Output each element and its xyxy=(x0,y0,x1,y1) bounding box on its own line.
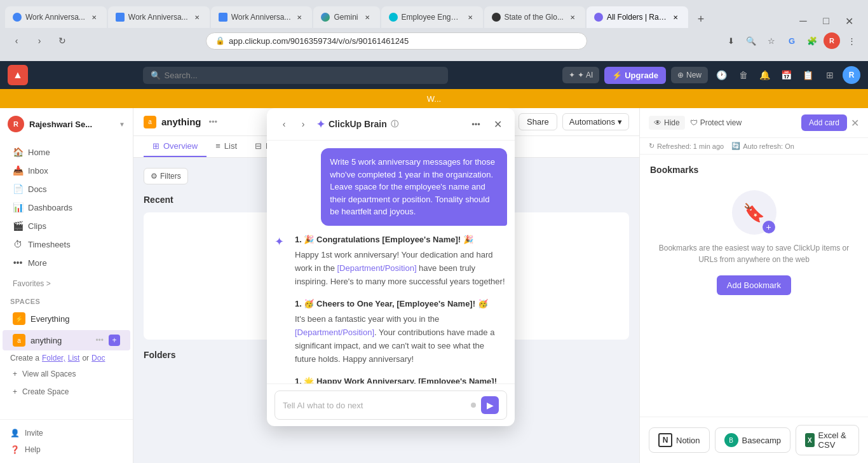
user-avatar[interactable]: R xyxy=(843,66,860,84)
view-all-label: View all Spaces xyxy=(22,370,76,378)
tab-favicon-7 xyxy=(594,13,603,22)
tab-close-1[interactable]: ✕ xyxy=(89,12,99,22)
tab-overview[interactable]: ⊞ Overview xyxy=(144,136,207,157)
brain-back-button[interactable]: ‹ xyxy=(276,116,292,132)
brain-dot-icon xyxy=(471,403,476,408)
browser-chrome: Work Anniversa... ✕ Work Anniversa... ✕ … xyxy=(0,0,868,61)
sidebar-item-dashboards[interactable]: 📊 Dashboards xyxy=(3,198,130,216)
trash-icon[interactable]: 🗑 xyxy=(735,66,752,84)
add-card-button[interactable]: Add card xyxy=(801,114,847,131)
maximize-button[interactable]: □ xyxy=(817,14,835,28)
docs-icon: 📄 xyxy=(13,184,23,194)
protect-view-button[interactable]: 🛡 Protect view xyxy=(690,118,742,127)
browser-tab-2[interactable]: Work Anniversa... ✕ xyxy=(108,6,210,28)
tab-list[interactable]: ≡ List xyxy=(207,136,246,157)
basecamp-app-button[interactable]: B Basecamp xyxy=(715,427,790,453)
tab-favicon-4 xyxy=(321,13,330,22)
right-panel-close-button[interactable]: ✕ xyxy=(851,117,859,129)
search-bar[interactable]: 🔍 Search... xyxy=(143,67,448,84)
google-icon[interactable]: G xyxy=(783,32,801,50)
browser-tab-3[interactable]: Work Anniversa... ✕ xyxy=(211,6,313,28)
overview-label: Overview xyxy=(163,141,198,151)
tab-close-7[interactable]: ✕ xyxy=(670,12,681,22)
sidebar-item-timesheets[interactable]: ⏱ Timesheets xyxy=(3,235,130,253)
clock-icon[interactable]: 🕐 xyxy=(713,66,731,84)
brain-input-field[interactable] xyxy=(283,401,466,410)
add-bookmark-button[interactable]: Add Bookmark xyxy=(717,275,791,295)
browser-tab-5[interactable]: Employee Enga... ✕ xyxy=(381,6,483,28)
sidebar-item-more[interactable]: ••• More xyxy=(3,254,130,272)
brain-forward-button[interactable]: › xyxy=(295,116,311,132)
zoom-icon[interactable]: 🔍 xyxy=(742,32,760,50)
hide-button[interactable]: 👁 Hide xyxy=(649,116,685,130)
profile-icon[interactable]: R xyxy=(824,32,840,49)
sidebar-header[interactable]: R Rajeshwari Se... ▼ xyxy=(0,108,133,140)
minimize-button[interactable]: ─ xyxy=(794,14,812,28)
sidebar-create-space[interactable]: + Create Space xyxy=(3,384,130,400)
back-button[interactable]: ‹ xyxy=(8,32,25,50)
sidebar-item-clips[interactable]: 🎬 Clips xyxy=(3,217,130,235)
calendar-icon[interactable]: 📅 xyxy=(778,66,796,84)
tab-title-3: Work Anniversa... xyxy=(231,13,291,22)
forward-button[interactable]: › xyxy=(31,32,48,50)
brain-ai-item-3-title: 1. 🌟 Happy Work Anniversary, [Employee's… xyxy=(295,375,507,384)
sidebar-invite[interactable]: 👤 Invite xyxy=(0,425,133,441)
brain-menu-button[interactable]: ••• xyxy=(468,116,484,132)
create-doc-link[interactable]: Doc xyxy=(92,354,105,363)
automations-button[interactable]: Automations ▾ xyxy=(562,113,629,130)
tab-close-2[interactable]: ✕ xyxy=(192,12,202,22)
anything-add-icon[interactable]: + xyxy=(109,335,120,346)
tab-close-5[interactable]: ✕ xyxy=(465,12,475,22)
address-bar[interactable]: 🔒 app.clickup.com/9016359734/v/o/s/90161… xyxy=(206,32,587,50)
tab-close-4[interactable]: ✕ xyxy=(362,12,372,22)
sidebar-nav: 🏠 Home 📥 Inbox 📄 Docs 📊 Dashboards 🎬 xyxy=(0,140,133,275)
eye-icon: 👁 xyxy=(654,118,661,127)
ai-button[interactable]: ✦ ✦ AI xyxy=(562,67,599,83)
sidebar-item-home[interactable]: 🏠 Home xyxy=(3,143,130,161)
tab-close-6[interactable]: ✕ xyxy=(567,12,578,22)
tab-bar: Work Anniversa... ✕ Work Anniversa... ✕ … xyxy=(0,0,868,28)
filters-button[interactable]: ⚙ Filters xyxy=(144,168,188,184)
space-badge: a xyxy=(144,116,156,128)
share-button[interactable]: Share xyxy=(519,113,557,130)
create-folder-link[interactable]: Folder, xyxy=(42,354,65,363)
anything-dots-icon[interactable]: ••• xyxy=(95,336,104,345)
brain-ai-item-1: 1. 🎉 Congratulations [Employee's Name]! … xyxy=(295,233,507,289)
sidebar-item-docs[interactable]: 📄 Docs xyxy=(3,180,130,198)
timesheets-icon: ⏱ xyxy=(13,239,23,249)
extensions-icon[interactable]: 🧩 xyxy=(803,32,821,50)
new-tab-button[interactable]: + xyxy=(692,10,710,28)
grid-icon[interactable]: ⊞ xyxy=(821,66,839,84)
brain-info-icon[interactable]: ⓘ xyxy=(391,119,398,130)
upgrade-button[interactable]: ⚡ Upgrade xyxy=(604,67,666,84)
menu-icon[interactable]: ⋮ xyxy=(843,32,860,50)
excel-app-button[interactable]: X Excel & CSV xyxy=(796,425,859,455)
refresh-button[interactable]: ↻ xyxy=(53,32,71,50)
browser-tab-4[interactable]: Gemini ✕ xyxy=(313,6,379,28)
window-controls: ─ □ ✕ xyxy=(794,14,863,28)
brain-close-button[interactable]: ✕ xyxy=(489,116,506,132)
new-button[interactable]: ⊕ New xyxy=(671,67,708,83)
sidebar-favorites[interactable]: Favorites > xyxy=(3,275,130,292)
sidebar-view-all-spaces[interactable]: + View all Spaces xyxy=(3,366,130,382)
sidebar-item-everything[interactable]: ⚡ Everything xyxy=(3,308,130,329)
notification-icon[interactable]: 🔔 xyxy=(756,66,774,84)
download-icon[interactable]: ⬇ xyxy=(722,32,740,50)
header-options-icon[interactable]: ••• xyxy=(207,116,220,128)
brain-send-button[interactable]: ▶ xyxy=(481,396,499,414)
close-button[interactable]: ✕ xyxy=(840,14,858,28)
browser-tab-6[interactable]: State of the Glo... ✕ xyxy=(484,6,585,28)
create-list-link[interactable]: List xyxy=(68,354,80,363)
auto-refresh-info: 🔄 Auto refresh: On xyxy=(731,142,794,150)
sidebar-item-inbox[interactable]: 📥 Inbox xyxy=(3,162,130,179)
tab-close-3[interactable]: ✕ xyxy=(294,12,304,22)
notion-app-button[interactable]: N Notion xyxy=(649,427,710,453)
bookmark-star-icon[interactable]: ☆ xyxy=(763,32,780,50)
sidebar-item-anything[interactable]: a anything ••• + xyxy=(3,330,130,350)
search-icon: 🔍 xyxy=(151,71,161,80)
clipboard-icon[interactable]: 📋 xyxy=(799,66,817,84)
sidebar-help[interactable]: ❓ Help xyxy=(0,441,133,458)
browser-tab-7[interactable]: All Folders | Raj... ✕ xyxy=(587,6,688,28)
brain-header: ‹ › ✦ ClickUp Brain ⓘ ••• ✕ xyxy=(267,108,515,141)
browser-tab-1[interactable]: Work Anniversa... ✕ xyxy=(5,6,107,28)
